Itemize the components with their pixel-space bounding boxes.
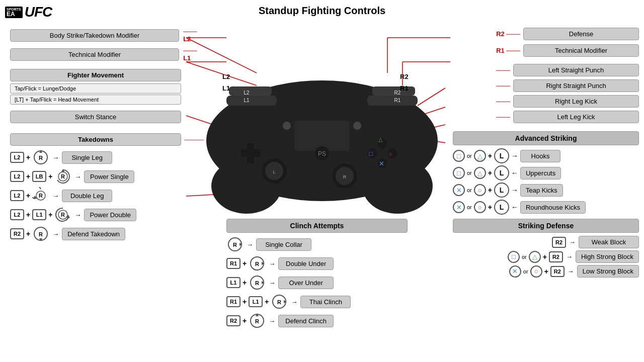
cross-icon: ✕ <box>453 184 465 196</box>
roundhouse-label: Roundhouse Kicks <box>520 201 586 214</box>
hint1-label: Tap/Flick = Lunge/Dodge <box>10 83 181 94</box>
svg-text:L2: L2 <box>244 90 250 96</box>
power-double-row: L2 + L1 + R → Power Double <box>10 206 206 223</box>
square-icon2: □ <box>453 167 465 179</box>
svg-text:R: R <box>61 173 65 179</box>
svg-rect-40 <box>240 149 261 157</box>
right-section: R2 ─── Defense R1 ─── Technical Modifier… <box>453 28 639 280</box>
single-collar-row: R → Single Collar <box>226 236 408 253</box>
l2-badge-pd: L2 <box>10 209 24 220</box>
l1-indicator: ─── L1 <box>183 47 206 62</box>
single-leg-row: L2 + R → Single Leg <box>10 149 206 166</box>
svg-text:R: R <box>255 280 259 286</box>
right-straight-label: Right Straight Punch <box>513 79 639 92</box>
double-leg-label: Double Leg <box>62 190 112 202</box>
r-rotate-icon: R <box>54 168 71 185</box>
lb-badge: LB <box>32 171 46 182</box>
svg-text:R: R <box>277 299 281 305</box>
l2-badge-ps: L2 <box>10 171 24 182</box>
thai-clinch-label: Thai Clinch <box>300 296 351 308</box>
weak-block-row: R2 → Weak Block <box>453 236 639 248</box>
right-leg-row: ─── Right Leg Kick <box>453 95 639 108</box>
r2-right-indicator: R2 ─── <box>496 30 520 38</box>
right-straight-row: ─── Right Straight Punch <box>453 79 639 92</box>
rl-line: ─── <box>496 98 510 105</box>
l2-row: Body Strike/Takedown Modifier ─── L2 <box>10 28 206 43</box>
r2-weak: R2 <box>552 237 566 248</box>
svg-text:R: R <box>255 261 259 267</box>
hooks-label: Hooks <box>520 150 560 162</box>
r2-low: R2 <box>550 266 565 277</box>
thai-clinch-row: R1 + L1 + R → Thai Clinch <box>226 293 408 310</box>
switch-stance-row: Switch Stance <box>10 111 206 123</box>
svg-text:R: R <box>39 231 43 237</box>
hint2-label: [LT] + Tap/Flick = Head Movement <box>10 95 181 105</box>
ufc-logo: UFC <box>25 4 52 20</box>
uppercuts-row: □ or △ + L ← Uppercuts <box>453 165 639 180</box>
svg-text:○: ○ <box>389 151 392 157</box>
striking-defense-title: Striking Defense <box>453 219 639 233</box>
page-title: Standup Fighting Controls <box>0 0 644 19</box>
r1-right-indicator: R1 ─── <box>496 47 520 54</box>
l2-controller-label: L2 <box>222 73 230 80</box>
technical-modifier-left-label: Technical Modifier <box>10 48 179 61</box>
defend-clinch-row: R2 + R → Defend Clinch <box>226 312 408 329</box>
l1-controller-label: L1 <box>222 84 230 92</box>
l-stick-roundhouse: L <box>494 200 509 215</box>
triangle-icon: △ <box>474 150 486 162</box>
ea-logo: SPORTS EA <box>5 7 23 18</box>
over-under-label: Over Under <box>278 277 334 289</box>
l1-ou: L1 <box>226 277 240 288</box>
tri-defense: △ <box>529 251 541 263</box>
svg-point-31 <box>362 158 433 214</box>
r1-controller-label: R1 <box>400 84 409 92</box>
fighter-movement-label: Fighter Movement <box>10 69 181 81</box>
svg-text:R: R <box>255 318 259 324</box>
svg-text:PS: PS <box>318 150 326 157</box>
l-stick-left: L <box>494 165 509 180</box>
svg-rect-32 <box>226 96 277 106</box>
clinch-title: Clinch Attempts <box>226 219 408 233</box>
defense-label: Defense <box>523 28 639 40</box>
svg-point-38 <box>353 122 361 130</box>
double-under-label: Double Under <box>278 257 334 270</box>
r-full-rotate-icon: R <box>32 187 49 204</box>
high-strong-row: □ or △ + R2 → High Strong Block <box>453 250 639 263</box>
low-strong-row: ✕ or ○ + R2 → Low Strong Block <box>453 265 639 278</box>
r2-controller-label: R2 <box>400 73 409 80</box>
circle-icon2: ○ <box>474 201 486 213</box>
teap-row: ✕ or ○ + L → Teap Kicks <box>453 183 639 198</box>
r2-badge-dt: R2 <box>10 228 24 239</box>
switch-stance-label: Switch Stance <box>10 111 181 123</box>
power-double-label: Power Double <box>84 209 136 221</box>
takedowns-section: Takedowns ───── L2 + R → Single Leg L2 +… <box>10 133 206 242</box>
left-leg-label: Left Leg Kick <box>513 111 639 123</box>
left-straight-label: Left Straight Punch <box>513 64 639 76</box>
r-right-tc: R <box>271 293 288 310</box>
rs-line: ─── <box>496 82 510 89</box>
l1-tc: L1 <box>249 296 263 307</box>
clinch-section: Clinch Attempts R → Single Collar R1 + R… <box>226 219 408 331</box>
svg-rect-35 <box>372 86 415 96</box>
svg-text:□: □ <box>369 150 373 157</box>
svg-text:R: R <box>233 242 237 248</box>
roundhouse-row: ✕ or ○ + L ← Roundhouse Kicks <box>453 200 639 215</box>
r1-tech-row: R1 ─── Technical Modifier <box>453 44 639 57</box>
advanced-striking-section: Advanced Striking □ or △ + L → Hooks □ o… <box>453 131 639 215</box>
r-up-dc: R <box>249 312 266 329</box>
teap-label: Teap Kicks <box>520 184 563 197</box>
l2-indicator: ─── L2 <box>183 28 206 43</box>
ci-defense: ○ <box>530 265 542 278</box>
defend-takedown-row: R2 + R → Defend Takedown <box>10 225 206 242</box>
r2-dc: R2 <box>226 315 240 326</box>
double-leg-row: L2 + R → Double Leg <box>10 187 206 204</box>
r-right-ou: R <box>249 274 266 291</box>
striking-defense-section: Striking Defense R2 → Weak Block □ or △ … <box>453 219 639 278</box>
l1-row: Technical Modifier ─── L1 <box>10 47 206 62</box>
power-single-label: Power Single <box>84 170 134 183</box>
high-strong-label: High Strong Block <box>576 250 639 263</box>
ll-line: ─── <box>496 113 510 121</box>
svg-rect-34 <box>229 86 272 96</box>
svg-point-37 <box>283 122 291 130</box>
svg-text:R: R <box>39 155 43 161</box>
